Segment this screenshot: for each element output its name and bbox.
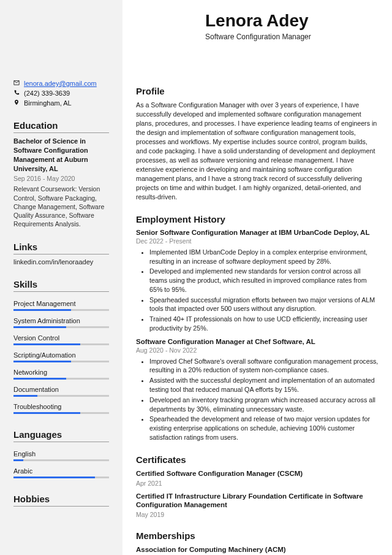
- profile-heading: Profile: [136, 86, 379, 96]
- location-icon: [13, 99, 20, 107]
- main-content: Profile As a Software Configuration Mana…: [123, 0, 392, 555]
- language-bar: [13, 459, 109, 461]
- profile-text: As a Software Configuration Manager with…: [136, 101, 379, 202]
- job-bullet: Implemented IBM UrbanCode Deploy in a co…: [149, 248, 379, 266]
- language-bar: [13, 477, 109, 478]
- contact-phone: (242) 339-3639: [24, 90, 70, 97]
- job-bullets: Implemented IBM UrbanCode Deploy in a co…: [136, 248, 379, 333]
- skill-fill: [13, 343, 80, 345]
- skill-fill: [13, 412, 80, 414]
- cert-date: Apr 2021: [136, 480, 379, 487]
- job-bullet: Improved Chef Software's overall softwar…: [149, 357, 379, 375]
- skill-bar: [13, 412, 109, 414]
- job-bullet: Trained 40+ IT professionals on how to u…: [149, 315, 379, 333]
- link-item[interactable]: linkedin.com/in/lenoraadey: [13, 258, 109, 266]
- links-heading: Links: [13, 242, 109, 255]
- skill-label: Networking: [13, 369, 109, 376]
- education-desc: Relevant Coursework: Version Control, So…: [13, 185, 109, 228]
- education-dates: Sep 2016 - May 2020: [13, 175, 109, 182]
- language-item: Arabic: [13, 463, 109, 480]
- sidebar: lenora.adey@gmail.com (242) 339-3639 Bir…: [0, 0, 123, 555]
- job-bullet: Developed and implemented new standards …: [149, 267, 379, 294]
- contact-location-line: Birmingham, AL: [13, 99, 109, 107]
- person-name: Lenora Adey: [205, 11, 311, 31]
- language-fill: [13, 459, 23, 461]
- contact-location: Birmingham, AL: [24, 99, 72, 107]
- skill-bar: [13, 395, 109, 397]
- languages-heading: Languages: [13, 429, 109, 442]
- skill-fill: [13, 378, 66, 380]
- skill-fill: [13, 395, 37, 397]
- contact-phone-line: (242) 339-3639: [13, 90, 109, 97]
- skill-item: Troubleshooting: [13, 399, 109, 416]
- skill-item: Documentation: [13, 381, 109, 399]
- certificates-list: Certified Software Configuration Manager…: [136, 469, 379, 519]
- languages-list: English Arabic: [13, 446, 109, 480]
- skill-bar: [13, 309, 109, 311]
- job-title: Senior Software Configuration Manager at…: [136, 229, 379, 236]
- skill-item: Project Management: [13, 296, 109, 313]
- job-bullet: Spearheaded the development and release …: [149, 415, 379, 442]
- memberships-list: Association for Computing Machinery (ACM…: [136, 545, 379, 554]
- person-title: Software Configuration Manager: [205, 33, 311, 41]
- phone-icon: [13, 90, 20, 97]
- membership-entry: Association for Computing Machinery (ACM…: [136, 545, 379, 554]
- email-icon: [13, 80, 20, 87]
- skill-item: Scripting/Automation: [13, 347, 109, 364]
- skill-label: System Administration: [13, 317, 109, 324]
- language-item: English: [13, 446, 109, 463]
- job-bullets: Improved Chef Software's overall softwar…: [136, 357, 379, 442]
- cert-date: May 2019: [136, 511, 379, 518]
- skill-bar: [13, 343, 109, 345]
- job-entry: Senior Software Configuration Manager at…: [136, 229, 379, 333]
- skill-fill: [13, 326, 66, 328]
- skill-fill: [13, 361, 71, 362]
- skill-label: Documentation: [13, 386, 109, 393]
- skill-bar: [13, 378, 109, 380]
- skills-list: Project Management System Administration…: [13, 296, 109, 416]
- skill-item: Version Control: [13, 330, 109, 347]
- language-fill: [13, 477, 95, 478]
- job-bullet: Assisted with the successful deployment …: [149, 376, 379, 394]
- cert-title: Certified IT Infrastructure Library Foun…: [136, 492, 379, 510]
- cert-entry: Certified Software Configuration Manager…: [136, 469, 379, 487]
- employment-list: Senior Software Configuration Manager at…: [136, 229, 379, 442]
- skill-bar: [13, 361, 109, 362]
- education-heading: Education: [13, 120, 109, 133]
- cert-title: Certified Software Configuration Manager…: [136, 469, 379, 478]
- skill-item: System Administration: [13, 313, 109, 330]
- memberships-heading: Memberships: [136, 530, 379, 541]
- job-title: Software Configuration Manager at Chef S…: [136, 338, 379, 345]
- job-dates: Dec 2022 - Present: [136, 237, 379, 245]
- language-label: Arabic: [13, 467, 109, 475]
- skill-fill: [13, 309, 71, 311]
- cert-entry: Certified IT Infrastructure Library Foun…: [136, 492, 379, 519]
- job-dates: Aug 2020 - Nov 2022: [136, 346, 379, 354]
- contact-email[interactable]: lenora.adey@gmail.com: [24, 80, 97, 87]
- employment-heading: Employment History: [136, 214, 379, 224]
- contact-email-line: lenora.adey@gmail.com: [13, 80, 109, 87]
- skill-bar: [13, 326, 109, 328]
- skill-label: Troubleshooting: [13, 403, 109, 410]
- skill-label: Version Control: [13, 334, 109, 342]
- membership-title: Association for Computing Machinery (ACM…: [136, 545, 379, 554]
- education-degree: Bachelor of Science in Software Configur…: [13, 137, 109, 173]
- skills-heading: Skills: [13, 279, 109, 292]
- skill-label: Project Management: [13, 300, 109, 307]
- skill-item: Networking: [13, 364, 109, 381]
- job-bullet: Developed an inventory tracking program …: [149, 396, 379, 414]
- skill-label: Scripting/Automation: [13, 351, 109, 359]
- certificates-heading: Certificates: [136, 454, 379, 465]
- job-bullet: Spearheaded successful migration efforts…: [149, 296, 379, 314]
- job-entry: Software Configuration Manager at Chef S…: [136, 338, 379, 442]
- language-label: English: [13, 450, 109, 457]
- hobbies-heading: Hobbies: [13, 494, 109, 507]
- header: Lenora Adey Software Configuration Manag…: [205, 11, 311, 41]
